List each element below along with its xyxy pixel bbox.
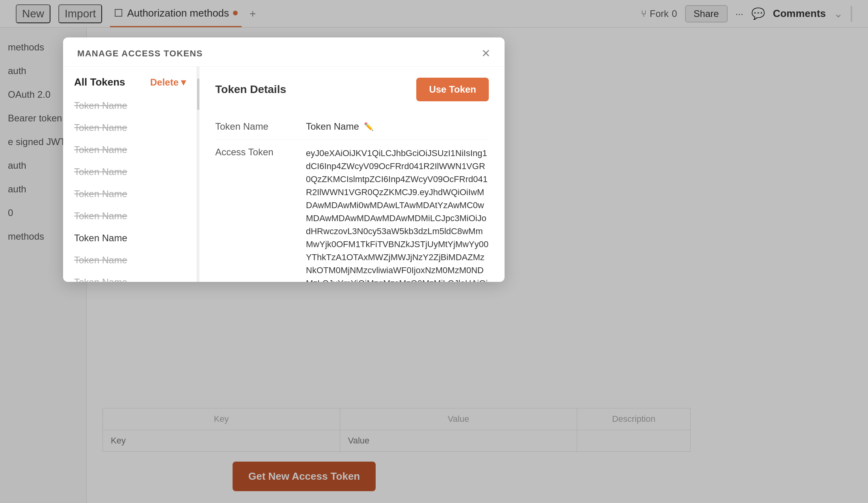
list-item[interactable]: Token Name: [74, 249, 186, 271]
list-item[interactable]: Token Name: [74, 161, 186, 183]
access-token-row: Access Token eyJ0eXAiOiJKV1QiLCJhbGciOiJ…: [215, 140, 489, 282]
token-details-title: Token Details: [215, 83, 286, 96]
token-name-value: Token Name: [306, 121, 359, 132]
list-item-active[interactable]: Token Name: [74, 227, 186, 249]
token-name-value-container: Token Name ✏️: [306, 121, 374, 132]
edit-icon[interactable]: ✏️: [364, 122, 374, 131]
chevron-down-icon: ▾: [181, 77, 186, 88]
delete-button[interactable]: Delete ▾: [150, 77, 186, 88]
access-token-value: eyJ0eXAiOiJKV1QiLCJhbGciOiJSUzI1NiIsIng1…: [306, 147, 489, 282]
token-name-row: Token Name Token Name ✏️: [215, 114, 489, 140]
list-item[interactable]: Token Name: [74, 95, 186, 117]
list-item[interactable]: Token Name: [74, 205, 186, 227]
list-item[interactable]: Token Name: [74, 183, 186, 205]
modal-right-panel: Token Details Use Token Token Name Token…: [199, 67, 505, 282]
list-item[interactable]: Token Name: [74, 139, 186, 161]
access-token-label: Access Token: [215, 147, 294, 282]
all-tokens-label: All Tokens: [74, 76, 125, 88]
token-list: Token Name Token Name Token Name Token N…: [63, 95, 197, 282]
modal-close-button[interactable]: ✕: [481, 47, 490, 60]
modal-body: All Tokens Delete ▾ Token Name Token Nam…: [63, 67, 505, 282]
use-token-button[interactable]: Use Token: [416, 78, 489, 101]
modal-right-header: Token Details Use Token: [215, 78, 489, 101]
list-item[interactable]: Token Name: [74, 117, 186, 139]
modal-title: MANAGE ACCESS TOKENS: [77, 48, 203, 59]
delete-label: Delete: [150, 77, 179, 88]
modal-left-header: All Tokens Delete ▾: [63, 76, 197, 95]
modal-header: MANAGE ACCESS TOKENS ✕: [63, 37, 505, 67]
token-name-label: Token Name: [215, 121, 294, 132]
modal-left-panel: All Tokens Delete ▾ Token Name Token Nam…: [63, 67, 197, 282]
manage-tokens-modal: MANAGE ACCESS TOKENS ✕ All Tokens Delete…: [63, 37, 505, 282]
list-item[interactable]: Token Name: [74, 271, 186, 282]
